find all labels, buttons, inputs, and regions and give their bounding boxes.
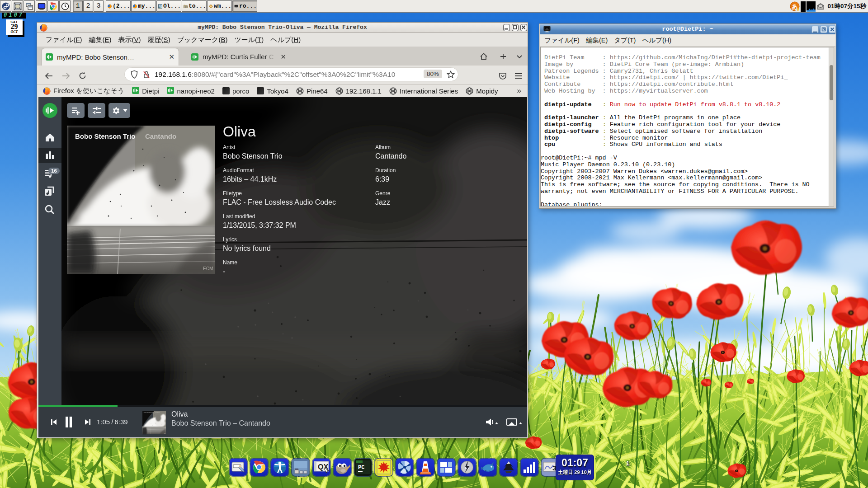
svg-text:Bobo Stenson Trio: Bobo Stenson Trio — [75, 132, 135, 140]
svg-text:Cantando: Cantando — [155, 412, 160, 413]
svg-text:Bobo Stenson Trio: Bobo Stenson Trio — [144, 412, 154, 413]
svg-text:ECM: ECM — [203, 266, 213, 271]
svg-text:Cantando: Cantando — [145, 132, 176, 140]
svg-text:PC: PC — [358, 465, 364, 471]
